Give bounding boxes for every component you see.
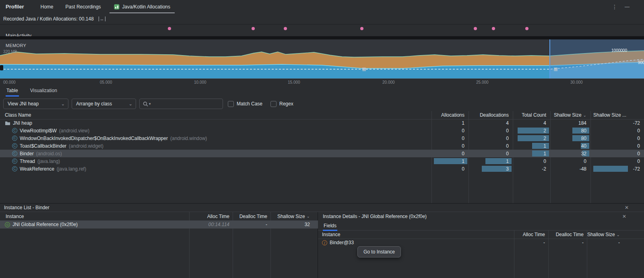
- profiler-window: Profiler Home Past Recordings Java/Kotli…: [0, 0, 644, 278]
- search-field[interactable]: ▾: [139, 99, 223, 109]
- instance-list-title: Instance List - Binder: [4, 205, 50, 210]
- checkbox-icon[interactable]: [270, 101, 277, 107]
- tab-visualization[interactable]: Visualization: [29, 86, 58, 97]
- zoom-to-fit-icon[interactable]: ↔: [99, 16, 105, 21]
- event-marker[interactable]: [360, 27, 363, 30]
- filter-toolbar: View JNI heap ⌄ Arrange by class ⌄ ▾ Mat…: [0, 97, 644, 111]
- class-table: Class Name Allocations Deallocations Tot…: [0, 111, 644, 203]
- checkbox-icon[interactable]: [228, 101, 234, 107]
- more-options-icon[interactable]: ⋮: [612, 4, 617, 10]
- class-icon: C: [12, 136, 17, 141]
- heap-dropdown[interactable]: View JNI heap ⌄: [3, 99, 68, 109]
- search-options-caret-icon[interactable]: ▾: [149, 102, 151, 106]
- memory-chart[interactable]: 1000000 900000 MEMORY 320 MB ▦ ▦: [0, 39, 644, 78]
- table-row-binder[interactable]: C Binder (android.os) 0 0 1 32 0: [0, 150, 644, 157]
- arrange-dropdown[interactable]: Arrange by class ⌄: [72, 99, 136, 109]
- instance-list-panel: Instance Alloc Time Dealloc Time Shallow…: [0, 212, 318, 278]
- col-instance[interactable]: Instance: [6, 212, 24, 220]
- recording-toolbar: Recorded Java / Kotlin Allocations: 00.1…: [0, 13, 644, 25]
- time-axis: 00.000 05.000 10.000 15.000 20.000 25.00…: [0, 78, 644, 86]
- bottom-panels: Instance List - Binder ✕ Instance Alloc …: [0, 203, 644, 278]
- event-track[interactable]: [0, 24, 644, 34]
- table-row-jni-heap[interactable]: JNI heap 1 4 4 184 -72: [0, 119, 644, 127]
- tab-home[interactable]: Home: [35, 0, 60, 13]
- col-deallocations[interactable]: Deallocations: [469, 111, 513, 119]
- match-case-checkbox[interactable]: Match Case: [228, 101, 262, 107]
- class-icon: C: [12, 128, 17, 133]
- event-marker[interactable]: [168, 27, 171, 30]
- memory-track-title: MEMORY: [6, 43, 26, 48]
- col-dealloc-time[interactable]: Dealloc Time: [233, 212, 270, 220]
- timeline-left-handle[interactable]: [0, 65, 3, 70]
- view-tab-bar: Table Visualization: [0, 85, 644, 97]
- col-shallow-size-remaining[interactable]: Shallow Size ...: [590, 111, 644, 119]
- search-input[interactable]: [153, 101, 219, 107]
- sort-descending-icon: ⌄: [583, 113, 586, 117]
- instance-list-table-header: Instance Alloc Time Dealloc Time Shallow…: [0, 212, 318, 221]
- recorded-session-label: Recorded Java / Kotlin Allocations: 00.1…: [3, 16, 94, 22]
- event-marker[interactable]: [525, 27, 528, 30]
- col-alloc-time[interactable]: Alloc Time: [189, 212, 233, 220]
- instance-row-jni-global-reference[interactable]: G JNI Global Reference (0x2f0e) 00:14.11…: [0, 220, 318, 229]
- class-icon: C: [12, 151, 17, 156]
- col-alloc-time[interactable]: Alloc Time: [514, 231, 548, 239]
- time-tick: 25.000: [476, 80, 489, 84]
- activity-lifecycle-bar[interactable]: [0, 36, 644, 39]
- event-marker[interactable]: [492, 27, 495, 30]
- time-tick: 30.000: [570, 80, 583, 84]
- activity-track: MainActivity: [0, 34, 644, 39]
- time-tick: 20.000: [382, 80, 395, 84]
- tab-java-kotlin-allocations[interactable]: Java/Kotlin Allocations: [107, 0, 177, 13]
- allocations-task-icon: [114, 4, 120, 10]
- main-tab-bar: Profiler Home Past Recordings Java/Kotli…: [0, 0, 644, 14]
- instance-details-panel: Instance Details - JNI Global Reference …: [318, 212, 644, 278]
- col-dealloc-time[interactable]: Dealloc Time: [548, 231, 587, 239]
- app-title: Profiler: [6, 4, 24, 10]
- event-marker[interactable]: [474, 27, 477, 30]
- col-shallow-size[interactable]: Shallow Size⌄: [550, 111, 590, 119]
- table-row-windowonbackinvokeddispatcher[interactable]: C WindowOnBackInvokedDispatcher$OnBackIn…: [0, 134, 644, 142]
- field-icon: f: [322, 240, 327, 245]
- class-icon: C: [12, 143, 17, 148]
- sort-descending-icon: ⌄: [307, 214, 310, 218]
- timeline-selection[interactable]: 1000000 900000: [549, 39, 644, 78]
- col-shallow-size[interactable]: Shallow Size⌄: [587, 231, 631, 239]
- search-icon: [143, 101, 148, 107]
- table-row-weakreference[interactable]: C WeakReference (java.lang.ref) 0 3 -2 -…: [0, 165, 644, 173]
- tab-table[interactable]: Table: [6, 86, 19, 97]
- class-icon: C: [12, 159, 17, 164]
- close-icon[interactable]: ✕: [625, 205, 629, 210]
- instance-list-header: Instance List - Binder ✕: [0, 203, 644, 212]
- memory-axis-max: 320 MB: [3, 49, 17, 54]
- fields-table-header: Instance Alloc Time Dealloc Time Shallow…: [318, 231, 644, 239]
- go-to-instance-tooltip[interactable]: Go to Instance: [357, 246, 401, 257]
- selection-count-label: 1000000: [611, 48, 627, 53]
- event-marker[interactable]: [284, 27, 287, 30]
- selection-count-label-2: 900000: [638, 60, 644, 65]
- class-table-rows: JNI heap 1 4 4 184 -72 C ViewRootImpl$W …: [0, 119, 644, 173]
- time-tick: 05.000: [100, 80, 112, 84]
- col-class-name[interactable]: Class Name: [5, 111, 31, 119]
- event-marker[interactable]: [252, 27, 255, 30]
- col-allocations[interactable]: Allocations: [431, 111, 469, 119]
- memory-area-chart[interactable]: [0, 39, 644, 78]
- heap-folder-icon: [5, 121, 10, 126]
- table-row-viewrootimpl[interactable]: C ViewRootImpl$W (android.view) 0 0 2 80…: [0, 127, 644, 134]
- col-total-count[interactable]: Total Count: [513, 111, 550, 119]
- gc-event-icon[interactable]: ▦: [553, 66, 558, 72]
- chevron-down-icon: ⌄: [129, 101, 132, 107]
- table-row-thread[interactable]: C Thread (java.lang) 1 1 0 0 0: [0, 157, 644, 165]
- table-row-toast-callbackbinder[interactable]: C Toast$CallbackBinder (android.widget) …: [0, 142, 644, 150]
- close-icon[interactable]: ✕: [622, 214, 626, 219]
- gc-event-icon[interactable]: ▦: [361, 66, 367, 72]
- tab-fields[interactable]: Fields: [323, 222, 337, 231]
- time-tick: 00.000: [3, 80, 16, 84]
- col-instance[interactable]: Instance: [322, 231, 340, 239]
- hide-window-icon[interactable]: —: [625, 4, 630, 10]
- tab-past-recordings[interactable]: Past Recordings: [60, 0, 107, 13]
- field-row-binder[interactable]: f Binder@33 - - -: [318, 239, 644, 247]
- regex-checkbox[interactable]: Regex: [270, 101, 293, 107]
- time-tick: 15.000: [288, 80, 300, 84]
- col-shallow-size[interactable]: Shallow Size⌄: [270, 212, 318, 220]
- class-icon: C: [12, 166, 17, 171]
